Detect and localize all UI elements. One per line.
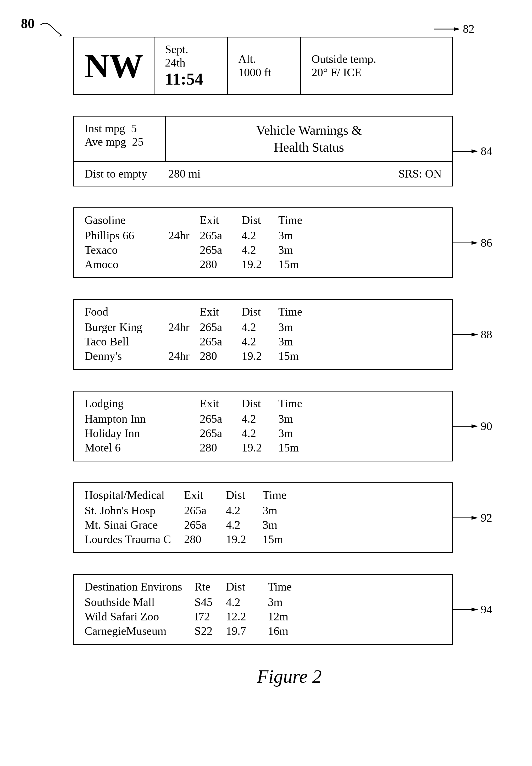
table-row: Holiday Inn 265a 4.2 3m	[85, 427, 442, 440]
lodging-category: Lodging	[85, 397, 168, 410]
food-panel: Food Exit Dist Time Burger King 24hr 265…	[73, 299, 453, 370]
destination-col-rte: Rte	[195, 580, 226, 593]
alt-value: 1000 ft	[238, 66, 290, 79]
gasoline-col-time: Time	[278, 213, 310, 227]
date-sub: 24th	[165, 56, 217, 69]
svg-marker-7	[472, 333, 478, 336]
destination-col-dist: Dist	[226, 580, 268, 593]
hospital-col-dist: Dist	[226, 488, 263, 502]
hospital-panel: Hospital/Medical Exit Dist Time St. John…	[73, 482, 453, 553]
ref-94: 94	[452, 603, 492, 616]
ref-92: 92	[452, 511, 492, 525]
gasoline-col-exit: Exit	[200, 213, 242, 227]
warnings-title: Vehicle Warnings &	[256, 122, 362, 139]
figure-caption: Figure 2	[73, 666, 505, 687]
mpg-section: Inst mpg 5 Ave mpg 25	[74, 117, 166, 161]
gasoline-panel: Gasoline Exit Dist Time Phillips 66 24hr…	[73, 207, 453, 278]
inst-mpg: Inst mpg 5	[85, 122, 154, 135]
alt-label: Alt.	[238, 52, 290, 66]
table-row: Taco Bell 265a 4.2 3m	[85, 335, 442, 348]
ref-86: 86	[452, 236, 492, 250]
table-row: Lourdes Trauma C 280 19.2 15m	[85, 533, 442, 546]
warnings-sub: Health Status	[256, 139, 362, 156]
table-row: Wild Safari Zoo I72 12.2 12m	[85, 610, 442, 623]
svg-marker-9	[472, 424, 478, 428]
vehicle-bottom-section: Dist to empty 280 mi SRS: ON	[74, 162, 452, 186]
vehicle-warnings-section: Vehicle Warnings & Health Status	[166, 117, 452, 161]
date-label: Sept.	[165, 43, 217, 56]
food-category: Food	[85, 305, 168, 318]
lodging-col-time: Time	[278, 397, 310, 410]
time-display: 11:54	[165, 69, 217, 89]
food-col-dist: Dist	[242, 305, 278, 318]
svg-marker-5	[472, 241, 478, 245]
ref-82: 82	[434, 22, 474, 36]
destination-category: Destination Environs	[85, 580, 195, 593]
dist-value: 280 mi	[168, 167, 201, 180]
svg-marker-11	[472, 516, 478, 520]
hospital-category: Hospital/Medical	[85, 488, 184, 502]
temp-value: 20° F/ ICE	[312, 66, 442, 79]
temp-label: Outside temp.	[312, 52, 442, 66]
vehicle-panel: Inst mpg 5 Ave mpg 25 Vehicle Warnings &…	[73, 116, 453, 186]
table-row: Phillips 66 24hr 265a 4.2 3m	[85, 229, 442, 242]
table-row: Hampton Inn 265a 4.2 3m	[85, 412, 442, 426]
gasoline-col-dist: Dist	[242, 213, 278, 227]
svg-marker-1	[454, 27, 460, 31]
compass-panel: NW Sept. 24th 11:54 Alt. 1000 ft Outside…	[73, 37, 453, 95]
destination-panel: Destination Environs Rte Dist Time South…	[73, 574, 453, 645]
hospital-col-time: Time	[263, 488, 294, 502]
ave-mpg: Ave mpg 25	[85, 135, 154, 148]
arrow-80	[38, 20, 64, 41]
table-row: Motel 6 280 19.2 15m	[85, 441, 442, 454]
food-col-exit: Exit	[200, 305, 242, 318]
dist-label: Dist to empty	[85, 167, 147, 180]
table-row: Texaco 265a 4.2 3m	[85, 243, 442, 257]
hospital-col-exit: Exit	[184, 488, 226, 502]
ref-84: 84	[452, 145, 492, 158]
lodging-panel: Lodging Exit Dist Time Hampton Inn 265a …	[73, 391, 453, 461]
altitude-section: Alt. 1000 ft	[228, 37, 301, 94]
lodging-col-dist: Dist	[242, 397, 278, 410]
gasoline-category: Gasoline	[85, 213, 168, 227]
ref-90: 90	[452, 420, 492, 433]
svg-marker-3	[472, 149, 478, 153]
srs-label: SRS: ON	[398, 167, 442, 180]
table-row: St. John's Hosp 265a 4.2 3m	[85, 504, 442, 517]
page-number: 80	[21, 16, 35, 31]
temperature-section: Outside temp. 20° F/ ICE	[301, 37, 452, 94]
table-row: Denny's 24hr 280 19.2 15m	[85, 349, 442, 363]
table-row: Southside Mall S45 4.2 3m	[85, 596, 442, 609]
table-row: Amoco 280 19.2 15m	[85, 258, 442, 271]
table-row: Burger King 24hr 265a 4.2 3m	[85, 321, 442, 334]
lodging-col-exit: Exit	[200, 397, 242, 410]
svg-marker-13	[472, 608, 478, 611]
compass-direction: NW	[74, 37, 154, 94]
table-row: CarnegieMuseum S22 19.7 16m	[85, 624, 442, 638]
ref-88: 88	[452, 328, 492, 341]
destination-col-time: Time	[268, 580, 304, 593]
table-row: Mt. Sinai Grace 265a 4.2 3m	[85, 518, 442, 532]
food-col-time: Time	[278, 305, 310, 318]
datetime-section: Sept. 24th 11:54	[154, 37, 228, 94]
